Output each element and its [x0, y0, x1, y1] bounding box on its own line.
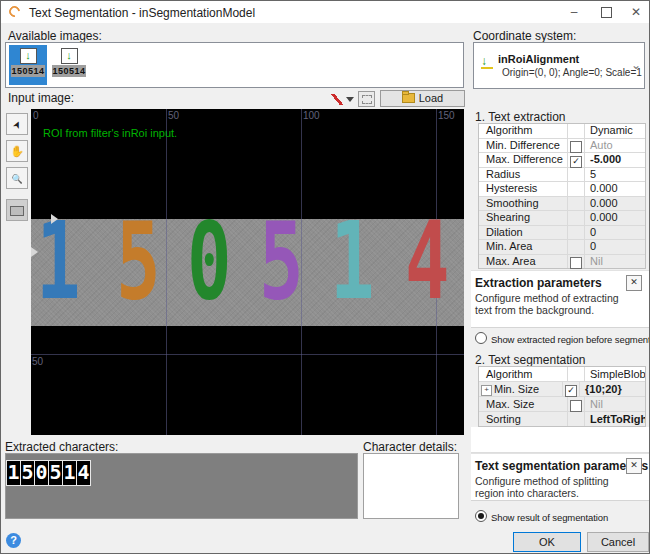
segmentation-parameters-title: Text segmentation parameters [475, 459, 648, 473]
segmentation-parameters-panel: Text segmentation parameters ✕ Configure… [471, 453, 649, 501]
checkbox[interactable] [570, 400, 582, 412]
checkbox-checked[interactable]: ✓ [570, 156, 582, 168]
extraction-section-title: 1. Text extraction [475, 110, 566, 124]
extracted-characters-view[interactable]: 1 5 0 5 1 4 [5, 453, 358, 519]
table-row[interactable]: AlgorithmSimpleBlobs [479, 367, 645, 382]
show-extracted-region-label: Show extracted region before segmentatio… [491, 334, 650, 345]
table-row[interactable]: SortingLeftToRight [479, 412, 645, 426]
zoom-tool-button[interactable]: 🔍 [6, 167, 28, 189]
show-extracted-region-radio[interactable] [475, 332, 487, 344]
ruler-label: 150 [438, 110, 455, 121]
table-row[interactable]: Shearing0.000 [479, 211, 645, 226]
alignment-icon: ↓ [481, 56, 493, 69]
rectangle-icon [10, 206, 24, 216]
pan-tool-button[interactable]: ✋ [6, 140, 28, 162]
segmented-digit: 5 [116, 207, 161, 314]
window-title: Text Segmentation - inSegmentationModel [29, 6, 255, 20]
extracted-char[interactable]: 5 [48, 460, 63, 486]
image-thumbnail[interactable]: ↓ 150514 [50, 45, 88, 85]
coordinate-system-label: Coordinate system: [473, 29, 576, 43]
roi-drag-handle[interactable] [51, 214, 58, 224]
table-row[interactable]: Min. DifferenceAuto [479, 139, 645, 154]
extracted-char[interactable]: 0 [34, 460, 49, 486]
extraction-table: AlgorithmDynamic Min. DifferenceAuto Max… [478, 123, 646, 269]
gridline [166, 109, 167, 435]
extraction-parameters-title: Extraction parameters [475, 276, 602, 290]
available-images-label: Available images: [8, 29, 102, 43]
ok-button[interactable]: OK [513, 532, 581, 552]
maximize-button[interactable] [591, 1, 621, 23]
extracted-char[interactable]: 1 [62, 460, 77, 486]
show-result-label: Show result of segmentation [491, 512, 608, 523]
image-download-icon: ↓ [61, 48, 78, 64]
minimize-button[interactable]: – [559, 1, 589, 23]
table-row[interactable]: Dilation0 [479, 226, 645, 241]
extracted-characters-label: Extracted characters: [5, 440, 118, 454]
segmentation-table: AlgorithmSimpleBlobs +Min. Size✓{10;20} … [478, 366, 646, 427]
ruler-label: 0 [33, 110, 39, 121]
chevron-down-icon[interactable]: ⌄ [631, 58, 641, 72]
table-row[interactable]: Hysteresis0.000 [479, 182, 645, 197]
extracted-char[interactable]: 4 [76, 460, 91, 486]
image-canvas[interactable]: 0 50 100 150 50 ROI from filter's inRoi … [31, 109, 464, 435]
input-image-strip [31, 219, 464, 326]
table-row[interactable]: Min. Area0 [479, 240, 645, 255]
color-dropdown-arrow-icon[interactable] [346, 97, 354, 102]
segmented-digit: 0 [187, 207, 232, 314]
coordinate-system-details: Origin=(0, 0); Angle=0; Scale=1 [502, 67, 642, 78]
table-row[interactable]: Radius5 [479, 168, 645, 183]
segmentation-parameters-description: Configure method of splitting region int… [475, 475, 633, 499]
close-panel-button[interactable]: ✕ [626, 458, 642, 474]
table-row[interactable]: Smoothing0.000 [479, 197, 645, 212]
table-row[interactable]: +Min. Size✓{10;20} [479, 382, 645, 397]
segmentation-panel-spacer [471, 427, 649, 453]
checkbox[interactable] [570, 257, 582, 269]
thumbnail-image: 150514 [11, 65, 45, 77]
ruler-label: 50 [168, 110, 179, 121]
expand-icon[interactable]: + [481, 385, 492, 396]
maximize-icon [601, 7, 612, 18]
draw-color-icon[interactable] [331, 94, 343, 105]
show-result-radio[interactable] [475, 510, 487, 522]
segmented-digit: 1 [330, 207, 375, 314]
checkbox[interactable] [570, 141, 582, 153]
checkbox-checked[interactable]: ✓ [565, 385, 577, 397]
coordinate-system-name: inRoiAlignment [498, 53, 579, 65]
extraction-parameters-description: Configure method of extracting text from… [475, 292, 633, 316]
table-row[interactable]: Max. Difference✓-5.000 [479, 153, 645, 168]
coordinate-system-dropdown[interactable]: ↓ inRoiAlignment Origin=(0, 0); Angle=0;… [473, 42, 645, 89]
character-details-box [363, 453, 459, 519]
extracted-char[interactable]: 1 [6, 460, 21, 486]
title-bar[interactable]: Text Segmentation - inSegmentationModel … [1, 1, 649, 23]
ruler-label: 50 [32, 356, 43, 367]
ruler-label: 100 [303, 110, 320, 121]
cursor-tool-button[interactable]: ➤ [6, 113, 28, 135]
roi-rectangle-tool-button[interactable] [6, 199, 28, 221]
folder-icon [402, 93, 415, 103]
selection-tool-button[interactable] [358, 91, 375, 107]
image-thumbnail-selected[interactable]: ↓ 150514 [9, 45, 47, 85]
extracted-char[interactable]: 5 [20, 460, 35, 486]
hand-icon: ✋ [10, 145, 24, 157]
image-download-icon: ↓ [20, 48, 37, 64]
load-image-button[interactable]: Load image... [380, 90, 465, 107]
text-segmentation-dialog: Text Segmentation - inSegmentationModel … [0, 0, 650, 554]
roi-drag-handle[interactable] [31, 247, 38, 257]
close-panel-button[interactable]: ✕ [626, 275, 642, 291]
close-button[interactable]: ✕ [621, 1, 650, 23]
available-images-list: ↓ 150514 ↓ 150514 [5, 42, 464, 88]
table-row[interactable]: Max. AreaNil [479, 255, 645, 269]
segmented-digit: 5 [259, 207, 304, 314]
table-row[interactable]: Max. SizeNil [479, 397, 645, 412]
table-row[interactable]: AlgorithmDynamic [479, 124, 645, 139]
extraction-parameters-panel: Extraction parameters ✕ Configure method… [471, 270, 649, 328]
cancel-button[interactable]: Cancel [587, 532, 649, 552]
dashed-rect-icon [362, 95, 372, 104]
segmentation-section-title: 2. Text segmentation [475, 353, 586, 367]
input-image-label: Input image: [8, 91, 74, 105]
gridline [31, 354, 464, 355]
app-logo-icon [7, 4, 22, 19]
magnifier-icon: 🔍 [11, 174, 22, 184]
help-button[interactable]: ? [6, 533, 21, 548]
thumbnail-image: 150514 [52, 65, 86, 77]
